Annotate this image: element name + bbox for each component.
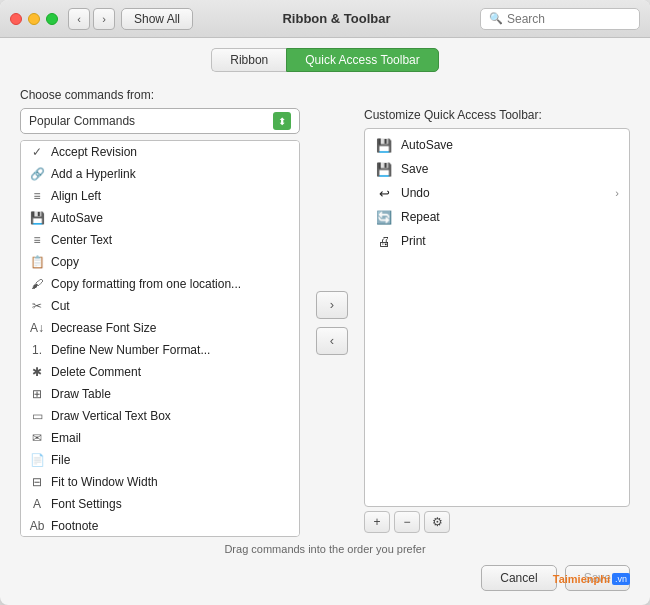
command-icon: 📋 (29, 254, 45, 270)
toolbar-icon: 💾 (375, 137, 393, 153)
list-item[interactable]: ✉ Email (21, 427, 299, 449)
settings-button[interactable]: ⚙ (424, 511, 450, 533)
window-title: Ribbon & Toolbar (193, 11, 480, 26)
list-item[interactable]: 🖨 Print (365, 229, 629, 253)
list-item[interactable]: ✱ Delete Comment (21, 361, 299, 383)
command-icon: ⊟ (29, 474, 45, 490)
add-to-toolbar-button[interactable]: › (316, 291, 348, 319)
list-item[interactable]: 📄 File (21, 449, 299, 471)
add-item-button[interactable]: + (364, 511, 390, 533)
traffic-lights (10, 13, 58, 25)
tab-ribbon[interactable]: Ribbon (211, 48, 286, 72)
command-label: Cut (51, 299, 70, 313)
toolbar-item-left: 🖨 Print (375, 233, 426, 249)
tab-quick-access[interactable]: Quick Access Toolbar (286, 48, 439, 72)
list-item[interactable]: ⊞ Draw Table (21, 383, 299, 405)
command-label: Center Text (51, 233, 112, 247)
watermark-badge: .vn (612, 573, 630, 585)
list-item[interactable]: Ab Footnote (21, 515, 299, 537)
command-label: Footnote (51, 519, 98, 533)
search-box[interactable]: 🔍 (480, 8, 640, 30)
command-icon: ✂ (29, 298, 45, 314)
forward-button[interactable]: › (93, 8, 115, 30)
command-label: AutoSave (51, 211, 103, 225)
close-button[interactable] (10, 13, 22, 25)
two-columns: Popular Commands ⬍ ✓ Accept Revision 🔗 A… (20, 108, 630, 537)
commands-dropdown[interactable]: Popular Commands ⬍ (20, 108, 300, 134)
command-label: Delete Comment (51, 365, 141, 379)
command-icon: 1. (29, 342, 45, 358)
show-all-button[interactable]: Show All (121, 8, 193, 30)
toolbar-item-left: ↩ Undo (375, 185, 430, 201)
command-icon: A↓ (29, 320, 45, 336)
toolbar-list: 💾 AutoSave 💾 Save ↩ Undo › 🔄 Repeat (364, 128, 630, 507)
list-item[interactable]: 1. Define New Number Format... (21, 339, 299, 361)
choose-label: Choose commands from: (20, 88, 630, 102)
toolbar-item-label: Repeat (401, 210, 440, 224)
right-bottom-bar: + − ⚙ (364, 507, 630, 537)
command-icon: A (29, 496, 45, 512)
list-item[interactable]: ▭ Draw Vertical Text Box (21, 405, 299, 427)
commands-list: ✓ Accept Revision 🔗 Add a Hyperlink ≡ Al… (20, 140, 300, 537)
command-label: Fit to Window Width (51, 475, 158, 489)
watermark-text: Taimienphi (553, 573, 610, 585)
command-icon: ✓ (29, 144, 45, 160)
list-item[interactable]: ✓ Accept Revision (21, 141, 299, 163)
toolbar-icon: 🖨 (375, 233, 393, 249)
minimize-button[interactable] (28, 13, 40, 25)
drag-tip: Drag commands into the order you prefer (20, 543, 630, 555)
list-item[interactable]: 🔗 Add a Hyperlink (21, 163, 299, 185)
list-item[interactable]: ⊟ Fit to Window Width (21, 471, 299, 493)
command-label: Email (51, 431, 81, 445)
command-icon: ▭ (29, 408, 45, 424)
toolbar-icon: ↩ (375, 185, 393, 201)
toolbar-item-label: Save (401, 162, 428, 176)
list-item[interactable]: 📋 Copy (21, 251, 299, 273)
tab-bar: Ribbon Quick Access Toolbar (0, 38, 650, 80)
footer-buttons: Cancel Save (20, 565, 630, 591)
command-icon: ✉ (29, 430, 45, 446)
search-icon: 🔍 (489, 12, 503, 25)
list-item[interactable]: A Font Settings (21, 493, 299, 515)
command-label: Define New Number Format... (51, 343, 210, 357)
toolbar-icon: 🔄 (375, 209, 393, 225)
toolbar-item-left: 💾 AutoSave (375, 137, 453, 153)
command-label: Copy formatting from one location... (51, 277, 241, 291)
main-content: Choose commands from: Popular Commands ⬍… (0, 80, 650, 537)
command-label: Font Settings (51, 497, 122, 511)
list-item[interactable]: ↩ Undo › (365, 181, 629, 205)
command-label: Accept Revision (51, 145, 137, 159)
command-label: Decrease Font Size (51, 321, 156, 335)
command-label: Draw Table (51, 387, 111, 401)
command-icon: ≡ (29, 232, 45, 248)
list-item[interactable]: 💾 AutoSave (21, 207, 299, 229)
command-icon: 📄 (29, 452, 45, 468)
command-icon: 🖌 (29, 276, 45, 292)
right-column: Customize Quick Access Toolbar: 💾 AutoSa… (364, 108, 630, 537)
command-icon: Ab (29, 518, 45, 534)
back-button[interactable]: ‹ (68, 8, 90, 30)
list-item[interactable]: 🖌 Copy formatting from one location... (21, 273, 299, 295)
command-label: Add a Hyperlink (51, 167, 136, 181)
command-icon: ⊞ (29, 386, 45, 402)
list-item[interactable]: ≡ Center Text (21, 229, 299, 251)
list-item[interactable]: 💾 AutoSave (365, 133, 629, 157)
remove-from-toolbar-button[interactable]: ‹ (316, 327, 348, 355)
list-item[interactable]: A↓ Decrease Font Size (21, 317, 299, 339)
toolbar-item-label: AutoSave (401, 138, 453, 152)
remove-item-button[interactable]: − (394, 511, 420, 533)
list-item[interactable]: 🔄 Repeat (365, 205, 629, 229)
toolbar-item-left: 💾 Save (375, 161, 428, 177)
command-icon: ✱ (29, 364, 45, 380)
left-column: Popular Commands ⬍ ✓ Accept Revision 🔗 A… (20, 108, 300, 537)
list-item[interactable]: 💾 Save (365, 157, 629, 181)
toolbar-item-label: Print (401, 234, 426, 248)
toolbar-item-label: Undo (401, 186, 430, 200)
maximize-button[interactable] (46, 13, 58, 25)
cancel-button[interactable]: Cancel (481, 565, 556, 591)
middle-arrows: › ‹ (310, 108, 354, 537)
list-item[interactable]: ≡ Align Left (21, 185, 299, 207)
search-input[interactable] (507, 12, 631, 26)
dropdown-value: Popular Commands (29, 114, 135, 128)
list-item[interactable]: ✂ Cut (21, 295, 299, 317)
